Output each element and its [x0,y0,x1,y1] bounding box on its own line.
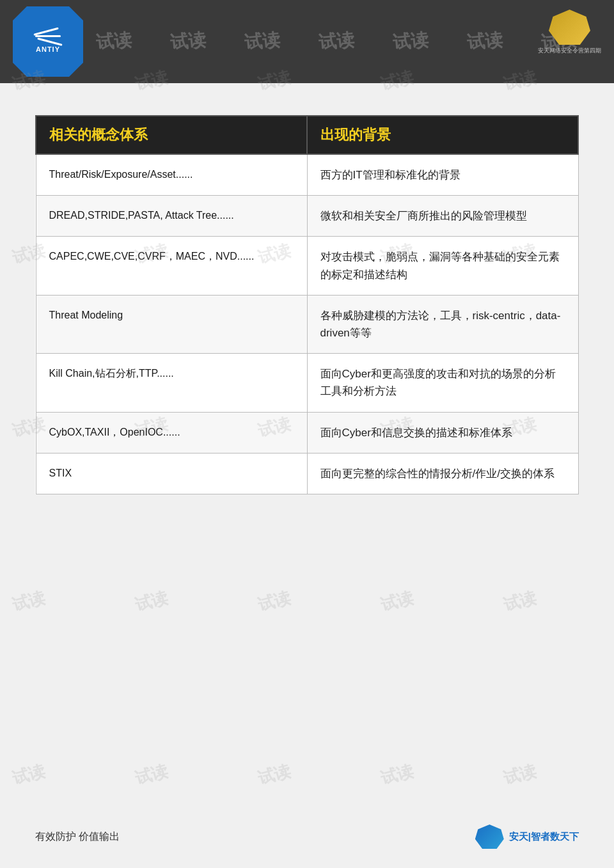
header-watermarks: 试读 试读 试读 试读 试读 试读 试读 [0,0,614,83]
table-row: Threat/Risk/Exposure/Asset......西方的IT管理和… [36,154,578,196]
table-cell-col1-0: Threat/Risk/Exposure/Asset...... [36,154,307,196]
table-cell-col2-4: 面向Cyber和更高强度的攻击和对抗的场景的分析工具和分析方法 [307,354,578,412]
table-cell-col2-0: 西方的IT管理和标准化的背景 [307,154,578,196]
col2-header: 出现的背景 [307,116,578,154]
header-right-subtext: 安天网络安全令营第四期 [538,47,601,55]
body-watermark-19: 试读 [501,587,539,617]
body-watermark-17: 试读 [256,587,294,617]
header-wm-1: 试读 [95,28,132,56]
header-wm-2: 试读 [169,28,207,56]
body-watermark-18: 试读 [379,587,416,617]
logo-lines [35,30,61,42]
main-content: 相关的概念体系 出现的背景 Threat/Risk/Exposure/Asset… [0,83,614,514]
header: ANTIY 试读 试读 试读 试读 试读 试读 试读 安天网络安全令营第四期 [0,0,614,83]
table-row: CybOX,TAXII，OpenIOC......面向Cyber和信息交换的描述… [36,412,578,453]
table-row: CAPEC,CWE,CVE,CVRF，MAEC，NVD......对攻击模式，脆… [36,237,578,295]
footer-logo-icon [475,825,504,849]
table-row: DREAD,STRIDE,PASTA, Attack Tree......微软和… [36,196,578,237]
body-watermark-24: 试读 [501,760,539,790]
table-cell-col2-1: 微软和相关安全厂商所推出的风险管理模型 [307,196,578,237]
header-right-logo: 安天网络安全令营第四期 [538,10,601,55]
body-watermark-23: 试读 [379,760,416,790]
table-cell-col2-2: 对攻击模式，脆弱点，漏洞等各种基础的安全元素的标定和描述结构 [307,237,578,295]
body-watermark-16: 试读 [133,587,171,617]
emblem-shape [549,10,590,45]
logo-line-2 [35,35,61,37]
footer-right: 安天|智者数天下 [475,825,579,849]
body-watermark-15: 试读 [10,587,48,617]
table-cell-col1-3: Threat Modeling [36,295,307,353]
header-wm-6: 试读 [466,28,503,56]
table-cell-col2-5: 面向Cyber和信息交换的描述和标准体系 [307,412,578,453]
table-cell-col1-2: CAPEC,CWE,CVE,CVRF，MAEC，NVD...... [36,237,307,295]
table-row: Threat Modeling各种威胁建模的方法论，工具，risk-centri… [36,295,578,353]
logo-line-3 [37,38,62,46]
table-cell-col2-6: 面向更完整的综合性的情报分析/作业/交换的体系 [307,453,578,494]
table-row: Kill Chain,钻石分析,TTP......面向Cyber和更高强度的攻击… [36,354,578,412]
table-cell-col2-3: 各种威胁建模的方法论，工具，risk-centric，data-driven等等 [307,295,578,353]
main-table: 相关的概念体系 出现的背景 Threat/Risk/Exposure/Asset… [35,115,579,494]
body-watermark-22: 试读 [256,760,294,790]
logo-text: ANTIY [36,45,60,53]
footer-brand-text: 安天|智者数天下 [509,831,579,843]
header-wm-4: 试读 [317,28,355,56]
col1-header: 相关的概念体系 [36,116,307,154]
logo-line-1 [33,28,58,36]
body-watermark-20: 试读 [10,760,48,790]
footer-left-text: 有效防护 价值输出 [35,830,120,844]
table-cell-col1-6: STIX [36,453,307,494]
footer-brand-label: 安天|智者数天下 [509,831,579,842]
header-wm-5: 试读 [391,28,429,56]
footer: 有效防护 价值输出 安天|智者数天下 [35,825,579,849]
body-watermark-21: 试读 [133,760,171,790]
table-cell-col1-1: DREAD,STRIDE,PASTA, Attack Tree...... [36,196,307,237]
table-row: STIX面向更完整的综合性的情报分析/作业/交换的体系 [36,453,578,494]
logo: ANTIY [13,6,83,77]
header-wm-3: 试读 [243,28,281,56]
table-cell-col1-4: Kill Chain,钻石分析,TTP...... [36,354,307,412]
table-cell-col1-5: CybOX,TAXII，OpenIOC...... [36,412,307,453]
